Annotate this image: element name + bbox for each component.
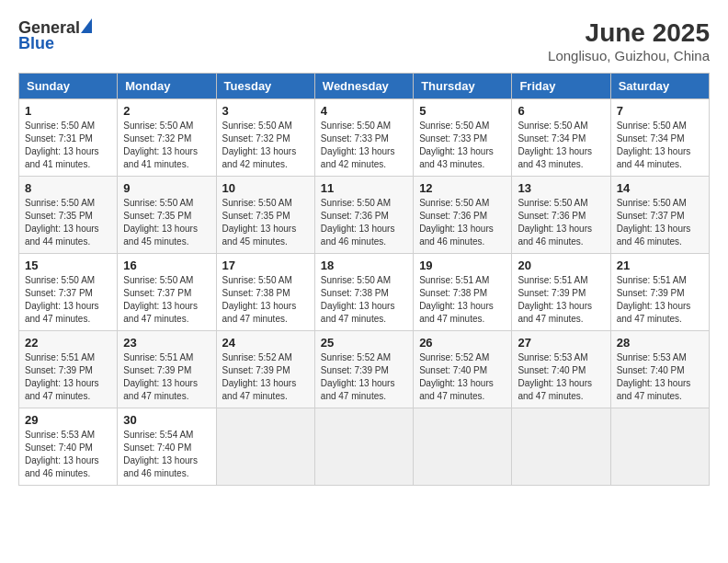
day-cell: 27Sunrise: 5:53 AM Sunset: 7:40 PM Dayli…: [512, 331, 610, 408]
weekday-header-wednesday: Wednesday: [314, 74, 413, 99]
day-cell: 16Sunrise: 5:50 AM Sunset: 7:37 PM Dayli…: [118, 254, 216, 331]
week-row-1: 1Sunrise: 5:50 AM Sunset: 7:31 PM Daylig…: [19, 99, 710, 177]
day-cell: 5Sunrise: 5:50 AM Sunset: 7:33 PM Daylig…: [414, 99, 512, 177]
day-info: Sunrise: 5:51 AM Sunset: 7:39 PM Dayligh…: [617, 274, 703, 326]
day-cell: 1Sunrise: 5:50 AM Sunset: 7:31 PM Daylig…: [19, 99, 118, 177]
day-info: Sunrise: 5:50 AM Sunset: 7:35 PM Dayligh…: [123, 197, 210, 248]
week-row-2: 8Sunrise: 5:50 AM Sunset: 7:35 PM Daylig…: [19, 177, 710, 254]
day-number: 7: [617, 104, 703, 118]
day-cell: 22Sunrise: 5:51 AM Sunset: 7:39 PM Dayli…: [19, 331, 118, 408]
weekday-header-row: SundayMondayTuesdayWednesdayThursdayFrid…: [19, 74, 710, 99]
week-row-5: 29Sunrise: 5:53 AM Sunset: 7:40 PM Dayli…: [19, 408, 710, 486]
day-info: Sunrise: 5:52 AM Sunset: 7:39 PM Dayligh…: [321, 351, 407, 403]
day-info: Sunrise: 5:50 AM Sunset: 7:36 PM Dayligh…: [518, 197, 604, 248]
day-number: 8: [25, 181, 111, 195]
day-info: Sunrise: 5:50 AM Sunset: 7:36 PM Dayligh…: [321, 197, 407, 248]
day-info: Sunrise: 5:52 AM Sunset: 7:39 PM Dayligh…: [222, 351, 309, 403]
day-info: Sunrise: 5:53 AM Sunset: 7:40 PM Dayligh…: [25, 429, 111, 480]
day-cell: 25Sunrise: 5:52 AM Sunset: 7:39 PM Dayli…: [314, 331, 413, 408]
title-block: June 2025 Longlisuo, Guizhou, China: [548, 18, 710, 63]
day-number: 22: [25, 336, 111, 350]
day-number: 4: [321, 104, 407, 118]
day-info: Sunrise: 5:51 AM Sunset: 7:38 PM Dayligh…: [419, 274, 506, 326]
weekday-header-thursday: Thursday: [414, 74, 512, 99]
day-number: 19: [419, 259, 506, 272]
day-number: 9: [123, 181, 210, 195]
day-cell: 6Sunrise: 5:50 AM Sunset: 7:34 PM Daylig…: [512, 99, 610, 177]
day-cell: 23Sunrise: 5:51 AM Sunset: 7:39 PM Dayli…: [118, 331, 216, 408]
day-cell: 29Sunrise: 5:53 AM Sunset: 7:40 PM Dayli…: [19, 408, 118, 486]
day-cell: 26Sunrise: 5:52 AM Sunset: 7:40 PM Dayli…: [414, 331, 512, 408]
day-info: Sunrise: 5:50 AM Sunset: 7:37 PM Dayligh…: [123, 274, 210, 326]
day-number: 24: [222, 336, 309, 350]
day-number: 26: [419, 336, 506, 350]
day-cell: 11Sunrise: 5:50 AM Sunset: 7:36 PM Dayli…: [314, 177, 413, 254]
logo-arrow: [81, 18, 92, 33]
day-cell: 28Sunrise: 5:53 AM Sunset: 7:40 PM Dayli…: [610, 331, 709, 408]
day-info: Sunrise: 5:51 AM Sunset: 7:39 PM Dayligh…: [518, 274, 604, 326]
day-info: Sunrise: 5:50 AM Sunset: 7:34 PM Dayligh…: [518, 120, 604, 171]
weekday-header-tuesday: Tuesday: [216, 74, 314, 99]
day-info: Sunrise: 5:51 AM Sunset: 7:39 PM Dayligh…: [25, 351, 111, 403]
day-cell: 4Sunrise: 5:50 AM Sunset: 7:33 PM Daylig…: [314, 99, 413, 177]
day-cell: [216, 408, 314, 486]
day-info: Sunrise: 5:50 AM Sunset: 7:38 PM Dayligh…: [321, 274, 407, 326]
main-title: June 2025: [548, 18, 710, 48]
day-number: 13: [518, 181, 604, 195]
day-info: Sunrise: 5:53 AM Sunset: 7:40 PM Dayligh…: [617, 351, 703, 403]
day-number: 21: [617, 259, 703, 272]
day-number: 3: [222, 104, 309, 118]
day-info: Sunrise: 5:51 AM Sunset: 7:39 PM Dayligh…: [123, 351, 210, 403]
day-info: Sunrise: 5:54 AM Sunset: 7:40 PM Dayligh…: [123, 429, 210, 480]
day-info: Sunrise: 5:50 AM Sunset: 7:37 PM Dayligh…: [617, 197, 703, 248]
day-number: 15: [25, 259, 111, 272]
day-cell: 12Sunrise: 5:50 AM Sunset: 7:36 PM Dayli…: [414, 177, 512, 254]
day-number: 27: [518, 336, 604, 350]
logo-blue: Blue: [18, 34, 54, 53]
day-number: 16: [123, 259, 210, 272]
day-number: 30: [123, 413, 210, 427]
day-info: Sunrise: 5:50 AM Sunset: 7:34 PM Dayligh…: [617, 120, 703, 171]
weekday-header-monday: Monday: [118, 74, 216, 99]
day-info: Sunrise: 5:50 AM Sunset: 7:32 PM Dayligh…: [222, 120, 309, 171]
day-cell: 7Sunrise: 5:50 AM Sunset: 7:34 PM Daylig…: [610, 99, 709, 177]
day-info: Sunrise: 5:50 AM Sunset: 7:36 PM Dayligh…: [419, 197, 506, 248]
day-number: 12: [419, 181, 506, 195]
day-cell: 18Sunrise: 5:50 AM Sunset: 7:38 PM Dayli…: [314, 254, 413, 331]
day-cell: 2Sunrise: 5:50 AM Sunset: 7:32 PM Daylig…: [118, 99, 216, 177]
weekday-header-friday: Friday: [512, 74, 610, 99]
day-info: Sunrise: 5:50 AM Sunset: 7:32 PM Dayligh…: [123, 120, 210, 171]
day-number: 10: [222, 181, 309, 195]
logo: General Blue: [18, 18, 92, 53]
day-cell: 15Sunrise: 5:50 AM Sunset: 7:37 PM Dayli…: [19, 254, 118, 331]
day-cell: 19Sunrise: 5:51 AM Sunset: 7:38 PM Dayli…: [414, 254, 512, 331]
day-cell: [414, 408, 512, 486]
day-info: Sunrise: 5:50 AM Sunset: 7:33 PM Dayligh…: [321, 120, 407, 171]
day-number: 18: [321, 259, 407, 272]
day-number: 11: [321, 181, 407, 195]
day-number: 20: [518, 259, 604, 272]
day-number: 5: [419, 104, 506, 118]
day-cell: 14Sunrise: 5:50 AM Sunset: 7:37 PM Dayli…: [610, 177, 709, 254]
weekday-header-sunday: Sunday: [19, 74, 118, 99]
day-cell: [610, 408, 709, 486]
day-info: Sunrise: 5:50 AM Sunset: 7:31 PM Dayligh…: [25, 120, 111, 171]
day-number: 14: [617, 181, 703, 195]
day-cell: [314, 408, 413, 486]
day-cell: 17Sunrise: 5:50 AM Sunset: 7:38 PM Dayli…: [216, 254, 314, 331]
day-number: 6: [518, 104, 604, 118]
day-number: 28: [617, 336, 703, 350]
day-cell: 20Sunrise: 5:51 AM Sunset: 7:39 PM Dayli…: [512, 254, 610, 331]
day-number: 23: [123, 336, 210, 350]
day-info: Sunrise: 5:50 AM Sunset: 7:38 PM Dayligh…: [222, 274, 309, 326]
day-cell: 3Sunrise: 5:50 AM Sunset: 7:32 PM Daylig…: [216, 99, 314, 177]
day-number: 1: [25, 104, 111, 118]
day-cell: 13Sunrise: 5:50 AM Sunset: 7:36 PM Dayli…: [512, 177, 610, 254]
day-cell: 9Sunrise: 5:50 AM Sunset: 7:35 PM Daylig…: [118, 177, 216, 254]
weekday-header-saturday: Saturday: [610, 74, 709, 99]
day-cell: 30Sunrise: 5:54 AM Sunset: 7:40 PM Dayli…: [118, 408, 216, 486]
day-cell: 24Sunrise: 5:52 AM Sunset: 7:39 PM Dayli…: [216, 331, 314, 408]
day-cell: 21Sunrise: 5:51 AM Sunset: 7:39 PM Dayli…: [610, 254, 709, 331]
day-number: 2: [123, 104, 210, 118]
week-row-3: 15Sunrise: 5:50 AM Sunset: 7:37 PM Dayli…: [19, 254, 710, 331]
